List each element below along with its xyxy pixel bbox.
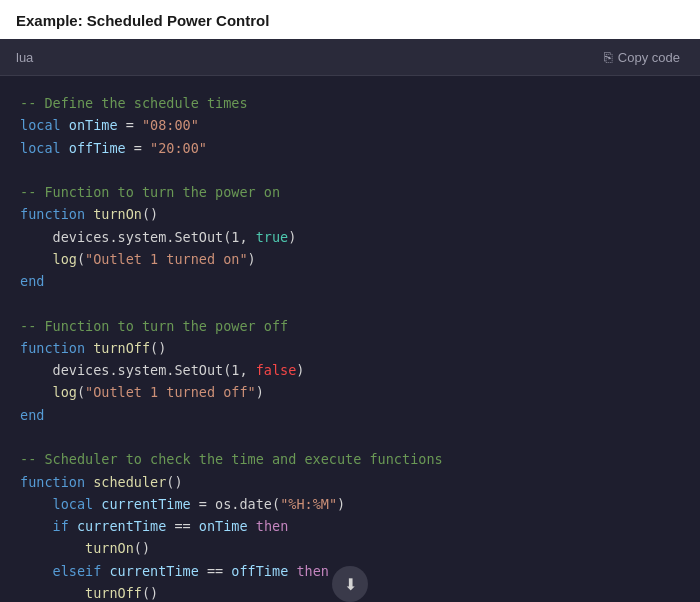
keyword-if: if (53, 518, 69, 534)
funcname-scheduler: scheduler (93, 474, 166, 490)
paren-7: (1, (223, 362, 256, 378)
string-format: "%H:%M" (280, 496, 337, 512)
code-lang: lua (16, 50, 33, 65)
paren-6: () (150, 340, 166, 356)
keyword-function-2: function (20, 340, 85, 356)
call-turnoff: turnOff (85, 585, 142, 601)
var-currenttime-2: currentTime (77, 518, 166, 534)
bool-true: true (256, 229, 289, 245)
copy-label: Copy code (618, 50, 680, 65)
var-offtime-2: offTime (231, 563, 288, 579)
string-log-1: "Outlet 1 turned on" (85, 251, 248, 267)
paren-11: () (166, 474, 182, 490)
scroll-down-icon: ⬇ (344, 575, 357, 594)
equals-1: = (118, 117, 142, 133)
string-ontime: "08:00" (142, 117, 199, 133)
comment-line-3: -- Function to turn the power off (20, 318, 288, 334)
paren-9: ( (77, 384, 85, 400)
keyword-local-1: local (20, 117, 61, 133)
keyword-then-1: then (256, 518, 289, 534)
string-offtime: "20:00" (150, 140, 207, 156)
paren-1: () (142, 206, 158, 222)
var-currenttime: currentTime (101, 496, 190, 512)
copy-icon: ⎘ (604, 49, 612, 65)
method-setout-1: devices.system.SetOut (53, 229, 224, 245)
paren-8: ) (296, 362, 304, 378)
scroll-down-button[interactable]: ⬇ (332, 566, 368, 602)
funcname-turnon: turnOn (93, 206, 142, 222)
bool-false: false (256, 362, 297, 378)
op-eq-2: == (199, 563, 232, 579)
comment-line-2: -- Function to turn the power on (20, 184, 280, 200)
paren-14: () (134, 540, 150, 556)
end-1: end (20, 273, 44, 289)
code-pre: -- Define the schedule times local onTim… (20, 92, 680, 602)
comment-line-1: -- Define the schedule times (20, 95, 248, 111)
keyword-local-3: local (53, 496, 94, 512)
page-title: Example: Scheduled Power Control (0, 0, 700, 39)
var-ontime-2: onTime (199, 518, 248, 534)
keyword-then-2: then (296, 563, 329, 579)
var-offtime: offTime (69, 140, 126, 156)
equals-2: = (126, 140, 150, 156)
paren-2: (1, (223, 229, 256, 245)
funcname-turnoff: turnOff (93, 340, 150, 356)
paren-15: () (142, 585, 158, 601)
keyword-elseif: elseif (53, 563, 102, 579)
log-call-1: log (53, 251, 77, 267)
paren-4: ( (77, 251, 85, 267)
comment-line-4: -- Scheduler to check the time and execu… (20, 451, 443, 467)
call-turnon: turnOn (85, 540, 134, 556)
keyword-local-2: local (20, 140, 61, 156)
paren-5: ) (248, 251, 256, 267)
paren-12: ( (272, 496, 280, 512)
method-setout-2: devices.system.SetOut (53, 362, 224, 378)
equals-3: = (191, 496, 215, 512)
paren-10: ) (256, 384, 264, 400)
copy-code-button[interactable]: ⎘ Copy code (600, 47, 684, 67)
keyword-function-1: function (20, 206, 85, 222)
code-header: lua ⎘ Copy code (0, 39, 700, 76)
keyword-function-3: function (20, 474, 85, 490)
op-eq-1: == (166, 518, 199, 534)
paren-3: ) (288, 229, 296, 245)
end-2: end (20, 407, 44, 423)
paren-13: ) (337, 496, 345, 512)
method-osdate: os.date (215, 496, 272, 512)
var-ontime: onTime (69, 117, 118, 133)
var-currenttime-3: currentTime (109, 563, 198, 579)
log-call-2: log (53, 384, 77, 400)
code-container: lua ⎘ Copy code -- Define the schedule t… (0, 39, 700, 602)
string-log-2: "Outlet 1 turned off" (85, 384, 256, 400)
code-block: -- Define the schedule times local onTim… (0, 76, 700, 602)
